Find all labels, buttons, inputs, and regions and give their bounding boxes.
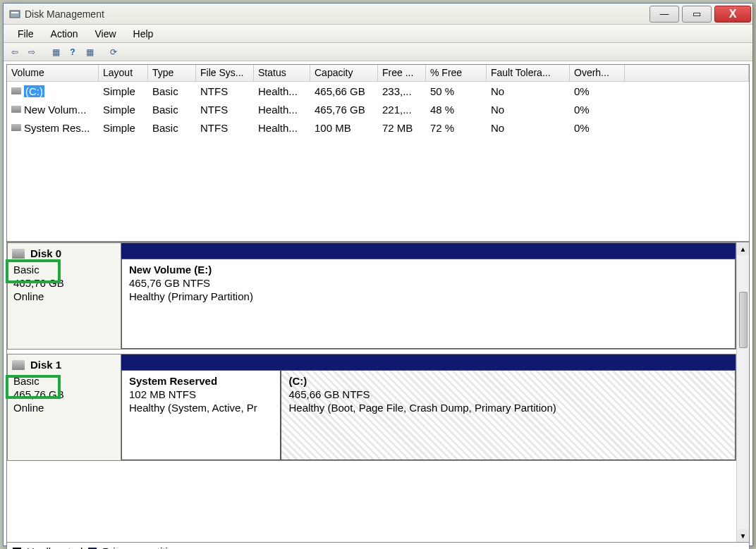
view-icon[interactable]: ▦ bbox=[83, 45, 97, 59]
col-pctfree[interactable]: % Free bbox=[426, 65, 487, 81]
volume-layout: Simple bbox=[99, 101, 148, 118]
col-fs[interactable]: File Sys... bbox=[196, 65, 254, 81]
content-area: Volume Layout Type File Sys... Status Ca… bbox=[6, 64, 750, 549]
back-button[interactable]: ⇦ bbox=[8, 45, 22, 59]
volume-status: Health... bbox=[254, 120, 310, 136]
forward-button[interactable]: ⇨ bbox=[25, 45, 39, 59]
disk-row: Disk 0Basic465,76 GBOnlineNew Volume (E:… bbox=[7, 242, 736, 354]
disk-status: Online bbox=[13, 290, 115, 302]
volume-over: 0% bbox=[570, 101, 625, 118]
disk-info[interactable]: Disk 1Basic465,76 GBOnline bbox=[7, 354, 121, 461]
volume-capacity: 465,66 GB bbox=[310, 83, 378, 99]
volume-free: 221,... bbox=[378, 101, 426, 118]
volume-fs: NTFS bbox=[196, 120, 254, 136]
svg-rect-0 bbox=[10, 11, 20, 18]
volume-row[interactable]: New Volum...SimpleBasicNTFSHealth...465,… bbox=[7, 100, 749, 118]
partition-name: System Reserved bbox=[129, 375, 273, 387]
svg-rect-1 bbox=[11, 12, 18, 13]
disk-name: Disk 1 bbox=[13, 359, 115, 371]
partition-name: (C:) bbox=[288, 375, 728, 387]
partition-status: Healthy (System, Active, Pr bbox=[129, 402, 273, 414]
col-capacity[interactable]: Capacity bbox=[310, 65, 378, 81]
volume-type: Basic bbox=[148, 101, 196, 118]
refresh-icon[interactable]: ⟳ bbox=[106, 45, 121, 59]
col-status[interactable]: Status bbox=[254, 65, 310, 81]
scroll-thumb[interactable] bbox=[739, 292, 748, 348]
menu-file[interactable]: File bbox=[9, 25, 42, 42]
volume-name: (C:) bbox=[24, 85, 44, 97]
disk-info[interactable]: Disk 0Basic465,76 GBOnline bbox=[7, 242, 121, 350]
volume-icon bbox=[11, 87, 21, 94]
menubar: File Action View Help bbox=[4, 25, 752, 43]
volume-name: New Volum... bbox=[24, 104, 86, 116]
volume-layout: Simple bbox=[99, 120, 148, 136]
minimize-button[interactable]: — bbox=[650, 6, 679, 23]
disk-icon bbox=[12, 360, 25, 370]
col-fault[interactable]: Fault Tolera... bbox=[487, 65, 570, 81]
partition-size: 102 MB NTFS bbox=[129, 388, 273, 400]
volume-name: System Res... bbox=[24, 122, 90, 134]
volume-fault: No bbox=[487, 101, 570, 118]
disk-type: Basic bbox=[13, 264, 115, 276]
window-frame: Disk Management — ▭ X File Action View H… bbox=[3, 3, 753, 546]
toolbar: ⇦ ⇨ ▦ ? ▦ ⟳ bbox=[4, 43, 752, 61]
volume-free: 72 MB bbox=[378, 120, 426, 136]
disk-name: Disk 0 bbox=[13, 247, 115, 259]
volume-status: Health... bbox=[254, 83, 310, 99]
volume-status: Health... bbox=[254, 101, 310, 118]
volume-over: 0% bbox=[570, 120, 625, 136]
disk-partitions: New Volume (E:)465,76 GB NTFSHealthy (Pr… bbox=[121, 242, 736, 350]
menu-help[interactable]: Help bbox=[125, 25, 162, 42]
vertical-scrollbar[interactable]: ▲ ▼ bbox=[736, 242, 749, 542]
maximize-button[interactable]: ▭ bbox=[682, 6, 712, 23]
disk-header-bar bbox=[121, 243, 736, 259]
menu-action[interactable]: Action bbox=[42, 25, 87, 42]
volume-pctfree: 48 % bbox=[426, 101, 487, 118]
volume-icon bbox=[11, 124, 21, 131]
disk-size: 465,76 GB bbox=[13, 388, 115, 400]
partition[interactable]: System Reserved102 MB NTFSHealthy (Syste… bbox=[121, 370, 281, 460]
disk-icon bbox=[12, 249, 25, 259]
legend-primary: Primary partition bbox=[102, 545, 179, 549]
volume-pctfree: 72 % bbox=[426, 120, 487, 136]
volume-over: 0% bbox=[570, 83, 625, 99]
volume-header-row: Volume Layout Type File Sys... Status Ca… bbox=[7, 65, 749, 82]
disk-graphical-pane: Disk 0Basic465,76 GBOnlineNew Volume (E:… bbox=[7, 242, 749, 542]
volume-row[interactable]: System Res...SimpleBasicNTFSHealth...100… bbox=[7, 118, 749, 137]
volume-list-pane: Volume Layout Type File Sys... Status Ca… bbox=[7, 65, 749, 242]
volume-pctfree: 50 % bbox=[426, 83, 487, 99]
partition-status: Healthy (Boot, Page File, Crash Dump, Pr… bbox=[288, 402, 728, 414]
partition-name: New Volume (E:) bbox=[129, 264, 728, 276]
col-free[interactable]: Free ... bbox=[378, 65, 426, 81]
scroll-down-arrow[interactable]: ▼ bbox=[737, 529, 749, 542]
titlebar[interactable]: Disk Management — ▭ X bbox=[4, 4, 752, 25]
properties-icon[interactable]: ▦ bbox=[49, 45, 63, 59]
partition-size: 465,66 GB NTFS bbox=[288, 388, 728, 400]
menu-view[interactable]: View bbox=[86, 25, 124, 42]
scroll-up-arrow[interactable]: ▲ bbox=[737, 242, 749, 255]
volume-fs: NTFS bbox=[196, 83, 254, 99]
volume-capacity: 465,76 GB bbox=[310, 101, 378, 118]
partition-size: 465,76 GB NTFS bbox=[129, 277, 728, 289]
col-layout[interactable]: Layout bbox=[99, 65, 148, 81]
volume-icon bbox=[11, 106, 21, 113]
volume-capacity: 100 MB bbox=[310, 120, 378, 136]
volume-fault: No bbox=[487, 120, 570, 136]
app-icon bbox=[9, 8, 20, 20]
legend-unallocated: Unallocated bbox=[27, 545, 83, 549]
col-volume[interactable]: Volume bbox=[7, 65, 99, 81]
partition[interactable]: New Volume (E:)465,76 GB NTFSHealthy (Pr… bbox=[121, 259, 736, 349]
disk-size: 465,76 GB bbox=[13, 277, 115, 289]
help-icon[interactable]: ? bbox=[66, 45, 80, 59]
partition[interactable]: (C:)465,66 GB NTFSHealthy (Boot, Page Fi… bbox=[281, 370, 736, 460]
col-type[interactable]: Type bbox=[148, 65, 196, 81]
window-title: Disk Management bbox=[25, 8, 648, 20]
disk-row: Disk 1Basic465,76 GBOnlineSystem Reserve… bbox=[7, 354, 736, 465]
volume-row[interactable]: (C:)SimpleBasicNTFSHealth...465,66 GB233… bbox=[7, 82, 749, 100]
partition-status: Healthy (Primary Partition) bbox=[129, 290, 728, 302]
close-button[interactable]: X bbox=[714, 6, 751, 23]
volume-fs: NTFS bbox=[196, 101, 254, 118]
volume-type: Basic bbox=[148, 83, 196, 99]
legend-bar: Unallocated Primary partition bbox=[7, 542, 749, 549]
col-over[interactable]: Overh... bbox=[570, 65, 625, 81]
